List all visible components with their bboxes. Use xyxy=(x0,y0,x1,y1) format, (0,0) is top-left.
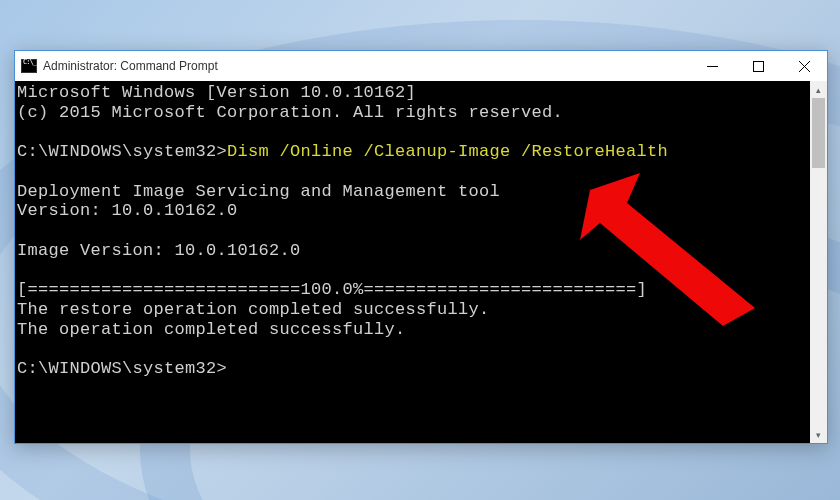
typed-command: Dism /Online /Cleanup-Image /RestoreHeal… xyxy=(227,142,668,161)
output-line: Deployment Image Servicing and Managemen… xyxy=(17,182,500,201)
output-line: Image Version: 10.0.10162.0 xyxy=(17,241,301,260)
output-line: Version: 10.0.10162.0 xyxy=(17,201,238,220)
terminal-container: Microsoft Windows [Version 10.0.10162] (… xyxy=(15,81,827,443)
close-button[interactable] xyxy=(781,51,827,81)
prompt-path: C:\WINDOWS\system32> xyxy=(17,142,227,161)
output-line: The operation completed successfully. xyxy=(17,320,406,339)
scroll-up-button[interactable]: ▴ xyxy=(810,81,827,98)
window-title: Administrator: Command Prompt xyxy=(43,59,689,73)
maximize-button[interactable] xyxy=(735,51,781,81)
vertical-scrollbar[interactable]: ▴ ▾ xyxy=(810,81,827,443)
command-prompt-window: Administrator: Command Prompt Microsoft … xyxy=(14,50,828,444)
terminal-output[interactable]: Microsoft Windows [Version 10.0.10162] (… xyxy=(15,81,810,443)
output-line: The restore operation completed successf… xyxy=(17,300,490,319)
output-line: Microsoft Windows [Version 10.0.10162] xyxy=(17,83,416,102)
progress-bar: [==========================100.0%=======… xyxy=(17,280,647,299)
minimize-button[interactable] xyxy=(689,51,735,81)
prompt-path: C:\WINDOWS\system32> xyxy=(17,359,227,378)
svg-rect-1 xyxy=(753,61,763,71)
scroll-thumb[interactable] xyxy=(812,98,825,168)
scroll-down-button[interactable]: ▾ xyxy=(810,426,827,443)
titlebar[interactable]: Administrator: Command Prompt xyxy=(15,51,827,81)
window-controls xyxy=(689,51,827,81)
output-line: (c) 2015 Microsoft Corporation. All righ… xyxy=(17,103,563,122)
cmd-icon xyxy=(21,59,37,73)
